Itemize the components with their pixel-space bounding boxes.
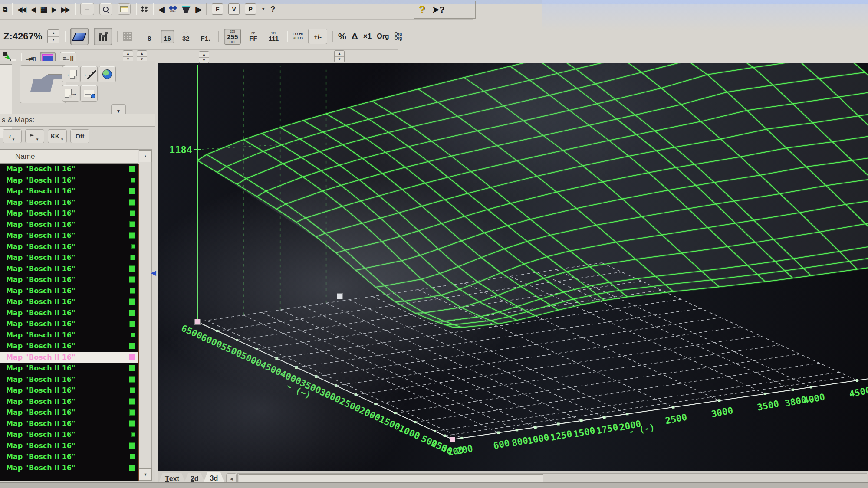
zoom-document-icon[interactable]	[99, 3, 112, 15]
grid-view-icon[interactable]: ▦	[40, 5, 46, 13]
panel-side-combo[interactable]: ▼	[0, 64, 12, 138]
bits-float-button[interactable]: ▪▪▪▪F1.	[198, 30, 214, 43]
scroll-down-icon[interactable]: ▼	[139, 468, 152, 481]
svg-text:3000: 3000	[710, 405, 734, 419]
original-button[interactable]: Org	[377, 33, 389, 40]
export-file-button[interactable]: →	[62, 85, 79, 102]
format-decimal-button[interactable]: 255 255 OFF	[224, 29, 241, 45]
versions-maps-header[interactable]: s & Maps:	[0, 114, 155, 127]
properties-list-icon[interactable]: ≣	[80, 3, 94, 15]
list-item[interactable]: Map "Bosch II 16"	[0, 451, 138, 462]
map-label: Map "Bosch II 16"	[6, 408, 128, 416]
list-item[interactable]: Map "Bosch II 16"	[0, 296, 138, 308]
list-item[interactable]: Map "Bosch II 16"	[0, 407, 138, 418]
list-item[interactable]: Map "Bosch II 16"	[0, 274, 138, 285]
list-item[interactable]: Map "Bosch II 16"	[0, 197, 138, 208]
list-item[interactable]: Map "Bosch II 16"	[0, 252, 138, 263]
nav-prev-icon[interactable]: ◀	[31, 6, 35, 13]
bits-32-button[interactable]: ▪▪▪▪32	[179, 30, 193, 43]
list-header-name[interactable]: Name	[0, 149, 138, 164]
scroll-up-icon[interactable]: ▲	[139, 150, 152, 162]
map-label: Map "Bosch II 16"	[6, 187, 127, 195]
zoom-down-icon[interactable]: ▼	[48, 37, 59, 43]
list-item[interactable]: Map "Bosch II 16"	[0, 263, 138, 275]
filter-funnel-icon[interactable]	[182, 6, 191, 13]
help-icon[interactable]: ?	[419, 3, 425, 16]
matrix-pattern-icon[interactable]	[123, 32, 132, 41]
bits-8-button[interactable]: ▪▪▪▪8	[143, 30, 155, 43]
list-item[interactable]: Map "Bosch II 16"	[0, 241, 138, 252]
list-item[interactable]: Map "Bosch II 16"	[0, 230, 138, 241]
splitter-collapse-icon[interactable]: ◀	[151, 269, 156, 277]
map-status-icon	[129, 276, 135, 283]
front-corner-marker	[450, 437, 455, 442]
list-item[interactable]: Map "Bosch II 16"	[0, 374, 138, 385]
fvp-dropdown-icon[interactable]: ▼	[261, 7, 265, 11]
nav-last-icon[interactable]: ▶▶	[61, 6, 69, 13]
toolbar-divider	[0, 19, 473, 20]
list-item[interactable]: Map "Bosch II 16"	[0, 308, 138, 319]
list-item[interactable]: Map "Bosch II 16"	[0, 330, 138, 341]
list-item[interactable]: Map "Bosch II 16"	[0, 208, 138, 219]
list-item[interactable]: Map "Bosch II 16"	[0, 285, 138, 297]
import-wizard-button[interactable]: →	[80, 66, 98, 82]
percent-mode-button[interactable]: %	[338, 31, 346, 42]
zoom-spinner[interactable]: ▲ ▼	[47, 29, 59, 43]
open-project-button[interactable]	[20, 65, 66, 103]
list-item[interactable]: Map "Bosch II 16"	[0, 175, 138, 186]
import-file-button[interactable]: →	[62, 66, 79, 82]
new-window-icon[interactable]: ⧉	[3, 6, 7, 13]
list-item[interactable]: Map "Bosch II 16"	[0, 341, 138, 352]
list-item[interactable]: Map "Bosch II 16"	[0, 440, 138, 452]
signed-toggle-button[interactable]: +/-	[308, 29, 327, 44]
bits-16-button[interactable]: ▪▪▪▪16	[161, 30, 174, 43]
list-item[interactable]: Map "Bosch II 16"	[0, 429, 138, 440]
map-label: Map "Bosch II 16"	[6, 364, 127, 372]
filter-flag-button[interactable]: ▼	[25, 129, 44, 143]
nav-next-icon[interactable]: ▶	[52, 6, 56, 13]
show-factors-button[interactable]: F	[212, 3, 223, 15]
byte-order-button[interactable]: LO HIHI LO	[293, 32, 303, 41]
list-item[interactable]: Map "Bosch II 16"	[0, 462, 138, 474]
card-file-icon[interactable]	[118, 3, 131, 15]
list-item[interactable]: Map "Bosch II 16"	[0, 418, 138, 429]
pane-spinner-4[interactable]: ▲▼	[334, 50, 345, 62]
binoculars-icon[interactable]: 101..	[169, 6, 177, 12]
list-item[interactable]: Map "Bosch II 16"	[0, 186, 138, 197]
filter-kk-button[interactable]: KK▼	[48, 129, 67, 143]
delta-mode-button[interactable]: Δ	[352, 31, 358, 42]
view-sliders-button[interactable]	[94, 28, 112, 45]
send-mail-button[interactable]	[80, 85, 98, 102]
original-compare-button[interactable]: OrgOrg	[395, 32, 402, 41]
map-label: Map "Bosch II 16"	[6, 253, 128, 262]
list-item[interactable]: Map "Bosch II 16"	[0, 219, 138, 230]
list-item[interactable]: Map "Bosch II 16"	[0, 396, 138, 407]
context-help-icon[interactable]: ➤?	[432, 4, 445, 15]
search-prev-icon[interactable]: ◀	[158, 5, 164, 13]
help-menu-icon[interactable]: ?	[270, 5, 275, 14]
list-item-selected[interactable]: Map "Bosch II 16"	[0, 352, 138, 363]
filter-info-button[interactable]: i▼	[3, 129, 22, 143]
list-item[interactable]: Map "Bosch II 16"	[0, 318, 138, 330]
factor-mode-button[interactable]: ×1	[363, 32, 372, 41]
pane-spinner-3[interactable]: ▲▼	[199, 51, 209, 63]
view-3d-button[interactable]	[70, 28, 89, 45]
format-hex-button[interactable]: FF FF	[246, 30, 260, 43]
nav-first-icon[interactable]: ◀◀	[17, 6, 26, 13]
move-points-icon[interactable]	[141, 7, 148, 12]
filter-off-button[interactable]: Off	[70, 129, 89, 143]
list-item[interactable]: Map "Bosch II 16"	[0, 363, 138, 374]
list-item[interactable]: Map "Bosch II 16"	[0, 385, 138, 396]
search-next-icon[interactable]: ▶	[196, 5, 201, 13]
map-list[interactable]: Map "Bosch II 16"Map "Bosch II 16"Map "B…	[0, 164, 139, 481]
list-scrollbar[interactable]: ▲ ▼	[138, 149, 152, 481]
format-binary-button[interactable]: 111 111	[266, 30, 282, 43]
list-item[interactable]: Map "Bosch II 16"	[0, 164, 138, 175]
map-3d-view[interactable]: 1184650060005500500045004000350030002500…	[158, 63, 868, 471]
online-search-button[interactable]	[99, 66, 116, 82]
show-values-button[interactable]: V	[228, 3, 240, 15]
svg-text:1000: 1000	[526, 432, 550, 446]
zoom-up-icon[interactable]: ▲	[48, 30, 59, 37]
map-label: Map "Bosch II 16"	[6, 452, 128, 461]
show-percent-button[interactable]: P	[245, 3, 256, 15]
